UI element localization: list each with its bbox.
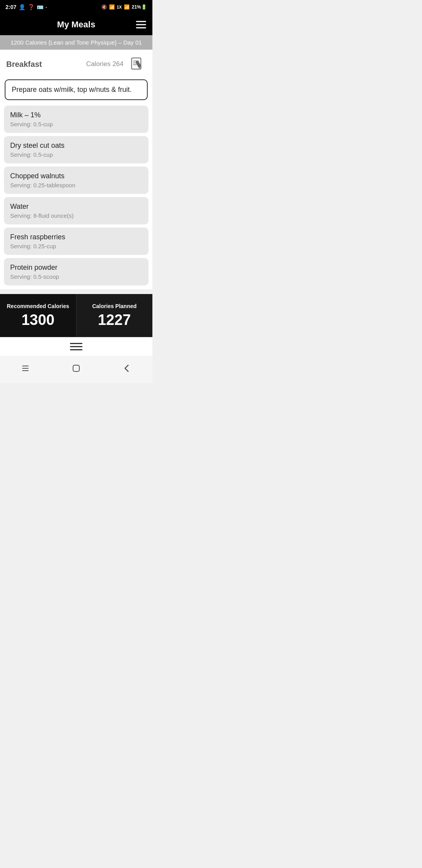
edit-meal-button[interactable] xyxy=(128,55,146,73)
signal-bars-icon: 📶 xyxy=(124,4,130,10)
time-display: 2:07 xyxy=(5,4,16,10)
menu-bar-line-2 xyxy=(70,346,82,347)
food-name-1: Dry steel cut oats xyxy=(10,142,142,150)
top-nav: My Meals xyxy=(0,14,152,35)
food-name-5: Protein powder xyxy=(10,264,142,272)
planned-calories-value: 1227 xyxy=(98,312,131,328)
recommended-calories-value: 1300 xyxy=(21,312,55,328)
food-item-5[interactable]: Protein powder Serving: 0.5-scoop xyxy=(4,258,148,285)
food-item-0[interactable]: Milk – 1% Serving: 0.5-cup xyxy=(4,106,148,133)
food-serving-0: Serving: 0.5-cup xyxy=(10,121,142,127)
food-item-3[interactable]: Water Serving: 8-fluid ounce(s) xyxy=(4,197,148,224)
system-nav xyxy=(0,356,152,383)
food-name-3: Water xyxy=(10,203,142,211)
recents-button[interactable] xyxy=(16,360,35,376)
meal-calories-text: Calories 264 xyxy=(86,60,123,68)
mute-icon: 🔇 xyxy=(101,4,107,10)
plan-banner-text: 1200 Calories {Lean and Tone Physique} –… xyxy=(11,39,142,46)
meal-title: Breakfast xyxy=(6,60,42,69)
bottom-menu-bar[interactable] xyxy=(0,337,152,356)
food-serving-5: Serving: 0.5-scoop xyxy=(10,273,142,280)
meal-header: Breakfast Calories 264 xyxy=(0,50,152,77)
home-icon xyxy=(71,363,82,374)
menu-bar-line-3 xyxy=(70,349,82,350)
menu-bar-line-1 xyxy=(70,343,82,344)
meal-note-text: Prepare oats w/milk, top w/nuts & fruit. xyxy=(12,86,132,93)
person-icon: 👤 xyxy=(19,4,25,10)
planned-calories-section: Calories Planned 1227 xyxy=(77,294,153,337)
food-serving-1: Serving: 0.5-cup xyxy=(10,151,142,158)
recommended-calories-section: Recommended Calories 1300 xyxy=(0,294,77,337)
home-button[interactable] xyxy=(66,360,86,376)
food-name-4: Fresh raspberries xyxy=(10,233,142,241)
food-serving-4: Serving: 0.25-cup xyxy=(10,243,142,249)
svg-rect-10 xyxy=(73,365,79,371)
hamburger-line-1 xyxy=(136,21,146,22)
page-title: My Meals xyxy=(57,20,95,30)
main-content: Breakfast Calories 264 xyxy=(0,50,152,289)
id-card-icon: 🪪 xyxy=(37,4,43,10)
food-serving-3: Serving: 8-fluid ounce(s) xyxy=(10,212,142,219)
wifi-icon: 📶 xyxy=(109,4,115,10)
recommended-calories-label: Recommended Calories xyxy=(7,303,70,309)
network-1x-icon: 1X xyxy=(117,5,122,9)
hamburger-menu-button[interactable] xyxy=(136,21,146,29)
recents-icon xyxy=(21,364,30,373)
dot-indicator: • xyxy=(46,5,47,9)
question-icon: ❓ xyxy=(28,4,34,10)
food-item-1[interactable]: Dry steel cut oats Serving: 0.5-cup xyxy=(4,136,148,163)
hamburger-line-3 xyxy=(136,27,146,29)
food-item-4[interactable]: Fresh raspberries Serving: 0.25-cup xyxy=(4,228,148,255)
food-serving-2: Serving: 0.25-tablespoon xyxy=(10,182,142,188)
edit-icon xyxy=(130,57,145,72)
food-list: Milk – 1% Serving: 0.5-cup Dry steel cut… xyxy=(0,106,152,285)
meal-calories-info: Calories 264 xyxy=(86,55,146,73)
status-left: 2:07 👤 ❓ 🪪 • xyxy=(5,4,47,10)
back-button[interactable] xyxy=(117,360,137,376)
planned-calories-label: Calories Planned xyxy=(92,303,137,309)
food-name-0: Milk – 1% xyxy=(10,111,142,119)
food-item-2[interactable]: Chopped walnuts Serving: 0.25-tablespoon xyxy=(4,167,148,194)
meal-note-box: Prepare oats w/milk, top w/nuts & fruit. xyxy=(5,79,148,100)
food-name-2: Chopped walnuts xyxy=(10,172,142,180)
hamburger-line-2 xyxy=(136,24,146,25)
battery-label: 21%🔋 xyxy=(132,4,147,10)
status-bar: 2:07 👤 ❓ 🪪 • 🔇 📶 1X 📶 21%🔋 xyxy=(0,0,152,14)
plan-banner: 1200 Calories {Lean and Tone Physique} –… xyxy=(0,35,152,50)
back-icon xyxy=(122,364,132,373)
calories-bar: Recommended Calories 1300 Calories Plann… xyxy=(0,294,152,337)
status-right: 🔇 📶 1X 📶 21%🔋 xyxy=(101,4,147,10)
bottom-menu-button[interactable] xyxy=(70,343,82,350)
